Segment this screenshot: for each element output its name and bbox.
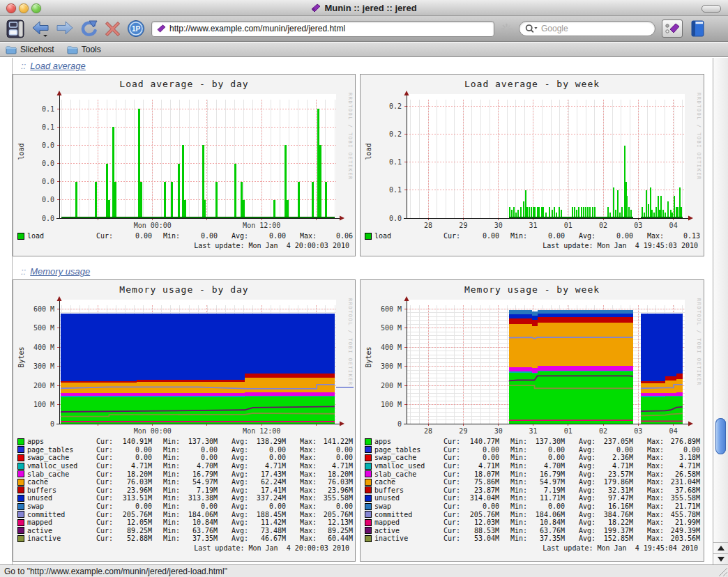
forward-button[interactable] — [56, 21, 74, 37]
scroll-down-button[interactable] — [713, 553, 728, 564]
legend-stat-value: 138.29M — [252, 438, 286, 445]
legend-row: inactiveCur:52.88MMin:37.35MAvg:46.67MMa… — [15, 534, 353, 543]
legend-row: cacheCur:75.86MMin:54.97MAvg:179.86MMax:… — [363, 478, 702, 486]
bookmarks-bar: Slicehost Tools — [0, 43, 728, 57]
legend-stat-value: 62.24M — [252, 478, 286, 486]
legend-stat-value: 60.44M — [321, 534, 353, 542]
bookmark-label: Slicehost — [20, 45, 54, 54]
panel-title: Load average - by week — [361, 79, 704, 89]
svg-text:Mon 00:00: Mon 00:00 — [134, 427, 172, 435]
legend-stat-label: Avg: — [579, 438, 600, 445]
legend-stat-label: Cur: — [96, 511, 117, 518]
svg-text:03: 03 — [634, 222, 642, 229]
legend-stat-value: 355.58M — [668, 494, 700, 502]
sidebar-panel-button[interactable] — [6, 19, 25, 38]
reload-button[interactable] — [80, 20, 98, 37]
svg-text:01: 01 — [564, 427, 572, 435]
scroll-up-button[interactable] — [713, 542, 728, 553]
legend-stat-label: Avg: — [579, 462, 600, 470]
legend-stat-label: Avg: — [232, 232, 252, 240]
legend-row: buffersCur:23.87MMin:7.19MAvg:32.31MMax:… — [363, 486, 702, 495]
section-link-memory: ::Memory usage — [21, 266, 90, 277]
legend-stat-label: Max: — [300, 502, 321, 510]
legend-stat-value: 205.76M — [117, 511, 152, 518]
legend-row: appsCur:140.77MMin:137.30MAvg:237.05MMax… — [363, 438, 702, 446]
svg-text:200 M: 200 M — [33, 382, 54, 390]
legend-stat-label: Avg: — [232, 527, 252, 534]
legend-stat-label: Max: — [647, 527, 668, 534]
legend-stat-label: Avg: — [232, 462, 252, 470]
legend-stat-label: Max: — [647, 518, 668, 526]
last-update-text: Last update: Mon Jan 4 19:45:04 2010 — [543, 544, 698, 552]
svg-text:28: 28 — [424, 427, 432, 435]
legend-stat-label: Max: — [300, 534, 321, 542]
legend-stat-value: 0.00 — [321, 446, 353, 454]
legend-stat-value: 2.36M — [600, 454, 633, 461]
legend-stat-value: 16.79M — [184, 470, 218, 478]
stop-button[interactable] — [105, 21, 121, 37]
legend-stat-value: 4.71M — [321, 462, 353, 470]
legend-stat-label: Min: — [163, 502, 184, 510]
graph-panel-memory-week[interactable]: Memory usage - by weekBytes600 M500 M400… — [360, 279, 704, 562]
graph-panel-load-week[interactable]: Load average - by weekload0.20.20.10.10.… — [360, 74, 704, 256]
sidebar-panel-icon — [6, 19, 25, 38]
resize-grip[interactable] — [718, 567, 727, 576]
legend-stat-value: 37.35M — [184, 534, 218, 542]
legend-stat-value: 152.85M — [600, 534, 633, 542]
legend-series-name: inactive — [371, 534, 443, 542]
legend-stat-label: Max: — [647, 232, 668, 240]
svg-text:1P: 1P — [132, 25, 141, 33]
legend-stat-label: Min: — [163, 511, 184, 518]
legend-series-name: slab_cache — [371, 470, 443, 478]
legend-stat-label: Avg: — [579, 518, 600, 526]
bookmark-manager-button[interactable] — [662, 20, 683, 38]
graph-panel-memory-day[interactable]: Memory usage - by dayBytes600 M500 M400 … — [13, 279, 356, 562]
search-magnifier-icon — [525, 24, 538, 33]
legend-stat-value: 313.38M — [184, 494, 218, 502]
load-average-link[interactable]: Load average — [30, 61, 86, 71]
back-button[interactable] — [31, 21, 50, 37]
legend-series-name: swap — [371, 502, 443, 510]
legend-stat-label: Max: — [300, 232, 321, 240]
legend-stat-label: Cur: — [443, 518, 464, 526]
toolbar-toggle-pill[interactable] — [702, 5, 721, 13]
memory-usage-link[interactable]: Memory usage — [30, 266, 90, 277]
bookmarks-book-button[interactable] — [689, 20, 706, 38]
scrollbar-thumb[interactable] — [715, 418, 726, 454]
legend-stat-value: 205.76M — [321, 511, 353, 518]
svg-text:400 M: 400 M — [381, 344, 402, 351]
legend-stat-label: Min: — [510, 446, 531, 454]
legend-stat-value: 0.00 — [531, 502, 565, 510]
bookmark-folder-tools[interactable]: Tools — [67, 45, 101, 54]
legend-stat-value: 0.00 — [531, 446, 565, 454]
legend-stat-value: 88.53M — [464, 527, 499, 534]
section-link-load: ::Load average — [21, 61, 86, 71]
legend-stat-label: Min: — [510, 486, 531, 494]
legend-stat-label: Cur: — [443, 478, 464, 486]
search-field[interactable]: Google — [519, 21, 655, 36]
graph-panel-load-day[interactable]: Load average - by dayload0.10.10.00.00.0… — [13, 74, 356, 256]
legend-series-name: committed — [371, 511, 443, 518]
legend-stat-label: Max: — [647, 511, 668, 518]
address-bar[interactable]: http://www.example.com/munin/jered/jered… — [151, 21, 494, 37]
legend-stat-value: 0.06 — [321, 232, 353, 240]
legend-stat-value: 4.71M — [252, 462, 286, 470]
legend-stat-value: 0.00 — [600, 232, 633, 240]
onepassword-button[interactable]: 1P — [127, 20, 145, 38]
legend-stat-value: 18.07M — [464, 470, 499, 478]
svg-text:0.1: 0.1 — [389, 158, 402, 166]
legend-series-name: mapped — [24, 518, 96, 526]
svg-text:0: 0 — [397, 420, 402, 428]
legend-stat-label: Avg: — [579, 454, 600, 461]
bookmark-folder-slicehost[interactable]: Slicehost — [6, 45, 54, 54]
chart-legend: loadCur:0.00Min:0.00Avg:0.00Max:0.13 — [363, 232, 702, 240]
legend-stat-label: Min: — [510, 527, 531, 534]
legend-stat-label: Cur: — [443, 454, 464, 461]
legend-stat-value: 0.00 — [252, 232, 286, 240]
vertical-scrollbar[interactable] — [713, 58, 728, 564]
legend-stat-label: Max: — [647, 534, 668, 542]
legend-stat-value: 12.13M — [321, 518, 353, 526]
legend-series-name: page_tables — [371, 446, 443, 454]
navigation-toolbar: 1P http://www.example.com/munin/jered/je… — [0, 16, 728, 42]
legend-stat-label: Min: — [510, 502, 531, 510]
